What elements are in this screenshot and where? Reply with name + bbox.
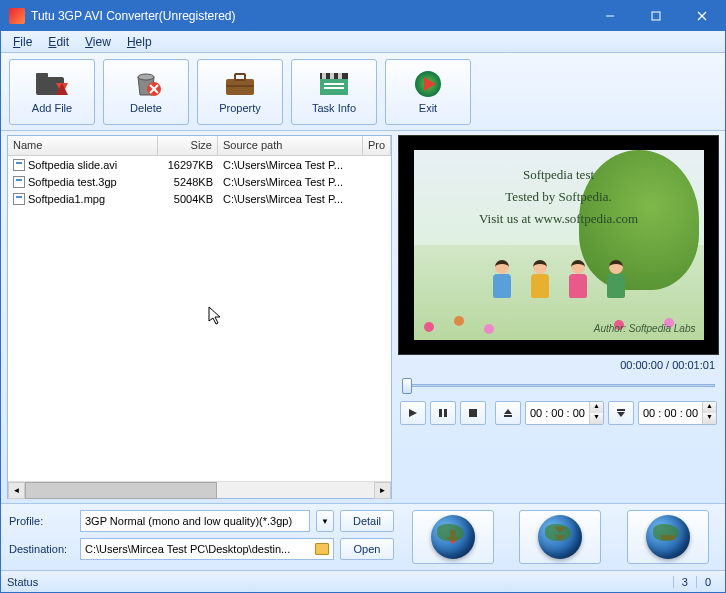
toolbar: Add File Delete Property Task Info Exit [1,53,725,131]
delete-label: Delete [130,102,162,114]
profile-dropdown-button[interactable]: ▼ [316,510,334,532]
file-icon [13,193,25,205]
menubar: File Edit View Help [1,31,725,53]
detail-button[interactable]: Detail [340,510,394,532]
svg-rect-25 [617,409,625,411]
file-size: 5248KB [158,176,218,188]
folder-add-icon [34,69,70,99]
svg-rect-22 [444,409,447,417]
svg-rect-24 [504,415,512,417]
file-icon [13,159,25,171]
start-time-value: 00 : 00 : 00 [526,407,589,419]
preview-author: Author: Softpedia Labs [594,323,696,334]
table-row[interactable]: Softpedia1.mpg5004KBC:\Users\Mircea Test… [8,190,391,207]
profile-select[interactable]: 3GP Normal (mono and low quality)(*.3gp) [80,510,310,532]
svg-rect-16 [338,73,342,79]
end-time-up[interactable]: ▲ [703,402,716,413]
minimize-button[interactable] [587,1,633,31]
menu-view[interactable]: View [77,33,119,51]
start-time-up[interactable]: ▲ [590,402,603,413]
menu-edit[interactable]: Edit [40,33,77,51]
stop-convert-button[interactable] [627,510,709,564]
file-list-panel: Name Size Source path Pro Softpedia slid… [7,135,392,499]
video-preview[interactable]: Softpedia test Tested by Softpedia. Visi… [398,135,719,355]
start-time-input[interactable]: 00 : 00 : 00 ▲▼ [525,401,604,425]
col-size[interactable]: Size [158,136,218,155]
scroll-thumb[interactable] [25,482,217,499]
play-button[interactable] [400,401,426,425]
window-title: Tutu 3GP AVI Converter(Unregistered) [31,9,587,23]
exit-icon [410,69,446,99]
task-info-button[interactable]: Task Info [291,59,377,125]
table-row[interactable]: Softpedia slide.avi16297KBC:\Users\Mirce… [8,156,391,173]
status-done: 0 [696,576,719,588]
open-button[interactable]: Open [340,538,394,560]
seek-slider[interactable] [402,375,715,395]
mark-end-button[interactable] [608,401,634,425]
globe-convert-icon [431,515,475,559]
playback-controls: 00 : 00 : 00 ▲▼ 00 : 00 : 00 ▲▼ [400,401,717,425]
svg-point-6 [138,74,154,80]
scroll-left-button[interactable]: ◄ [8,482,25,499]
time-display: 00:00:00 / 00:01:01 [398,359,719,371]
main-area: Name Size Source path Pro Softpedia slid… [1,131,725,503]
menu-help[interactable]: Help [119,33,160,51]
file-source: C:\Users\Mircea Test P... [218,193,363,205]
task-info-label: Task Info [312,102,356,114]
file-source: C:\Users\Mircea Test P... [218,159,363,171]
mark-start-button[interactable] [495,401,521,425]
convert-button[interactable] [412,510,494,564]
col-pro[interactable]: Pro [363,136,391,155]
scroll-right-button[interactable]: ► [374,482,391,499]
statusbar: Status 3 0 [1,570,725,592]
bottom-panel: Profile: 3GP Normal (mono and low qualit… [1,503,725,570]
browse-folder-icon[interactable] [315,543,329,555]
file-name: Softpedia test.3gp [28,176,117,188]
horizontal-scrollbar[interactable]: ◄ ► [8,481,391,498]
table-row[interactable]: Softpedia test.3gp5248KBC:\Users\Mircea … [8,173,391,190]
delete-button[interactable]: Delete [103,59,189,125]
start-time-down[interactable]: ▼ [590,413,603,424]
status-label: Status [7,576,673,588]
file-size: 16297KB [158,159,218,171]
stop-button[interactable] [460,401,486,425]
exit-label: Exit [419,102,437,114]
convert-all-button[interactable] [519,510,601,564]
svg-rect-21 [439,409,442,417]
briefcase-icon [222,69,258,99]
file-list[interactable]: Name Size Source path Pro Softpedia slid… [7,135,392,499]
exit-button[interactable]: Exit [385,59,471,125]
preview-image: Softpedia test Tested by Softpedia. Visi… [414,150,704,340]
trash-icon [128,69,164,99]
add-file-button[interactable]: Add File [9,59,95,125]
property-button[interactable]: Property [197,59,283,125]
app-window: Tutu 3GP AVI Converter(Unregistered) Fil… [0,0,726,593]
svg-rect-15 [330,73,334,79]
maximize-button[interactable] [633,1,679,31]
preview-line2: Tested by Softpedia. [414,186,704,208]
destination-input[interactable]: C:\Users\Mircea Test PC\Desktop\destin..… [80,538,334,560]
globe-convert-all-icon [538,515,582,559]
preview-panel: Softpedia test Tested by Softpedia. Visi… [398,135,719,499]
file-source: C:\Users\Mircea Test P... [218,176,363,188]
col-source[interactable]: Source path [218,136,363,155]
add-file-label: Add File [32,102,72,114]
svg-rect-12 [226,85,254,87]
svg-rect-14 [322,73,326,79]
svg-rect-26 [661,535,675,540]
svg-rect-5 [36,73,48,79]
menu-file[interactable]: File [5,33,40,51]
scroll-track[interactable] [25,482,374,499]
mouse-cursor-icon [208,306,224,326]
close-button[interactable] [679,1,725,31]
preview-line1: Softpedia test [414,164,704,186]
app-icon [9,8,25,24]
col-name[interactable]: Name [8,136,158,155]
pause-button[interactable] [430,401,456,425]
profile-label: Profile: [9,515,74,527]
end-time-down[interactable]: ▼ [703,413,716,424]
file-name: Softpedia1.mpg [28,193,105,205]
seek-thumb[interactable] [402,378,412,394]
svg-rect-1 [652,12,660,20]
end-time-input[interactable]: 00 : 00 : 00 ▲▼ [638,401,717,425]
